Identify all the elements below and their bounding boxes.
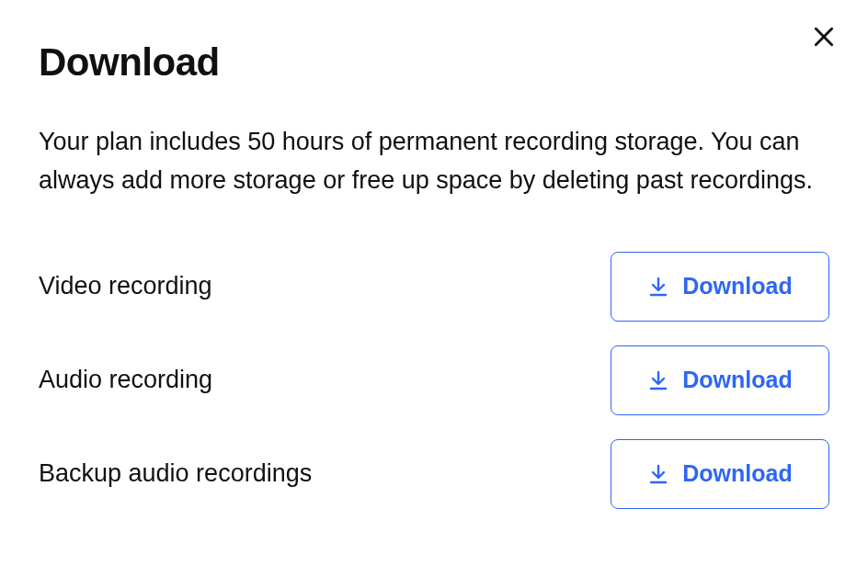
download-icon <box>647 369 669 391</box>
download-label: Video recording <box>39 272 212 300</box>
download-button-label: Download <box>682 460 792 487</box>
download-button-backup-audio[interactable]: Download <box>611 439 829 509</box>
download-button-label: Download <box>682 367 792 393</box>
download-label: Backup audio recordings <box>39 459 312 488</box>
download-row-backup-audio: Backup audio recordings Download <box>39 439 829 509</box>
close-icon <box>812 25 836 49</box>
download-button-label: Download <box>682 273 792 300</box>
dialog-description: Your plan includes 50 hours of permanent… <box>39 123 829 200</box>
download-row-video: Video recording Download <box>39 252 829 322</box>
download-button-audio[interactable]: Download <box>611 345 829 415</box>
dialog-title: Download <box>39 40 829 85</box>
download-icon <box>647 276 669 298</box>
close-button[interactable] <box>809 22 839 51</box>
download-dialog: Download Your plan includes 50 hours of … <box>0 0 868 548</box>
download-icon <box>647 463 669 485</box>
download-row-audio: Audio recording Download <box>39 345 829 415</box>
download-list: Video recording Download Audio recording… <box>39 252 829 509</box>
download-button-video[interactable]: Download <box>611 252 829 322</box>
download-label: Audio recording <box>39 366 212 394</box>
